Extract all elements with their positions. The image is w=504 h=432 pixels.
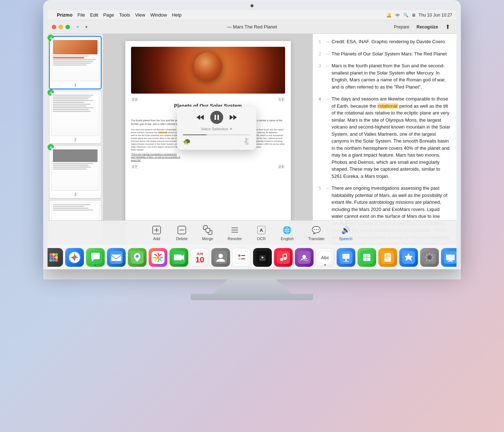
dock-numbers[interactable] [357, 248, 376, 267]
sidebar-page-1[interactable]: ✓ [50, 37, 101, 89]
dock-safari[interactable] [65, 248, 84, 267]
svg-rect-76 [384, 253, 391, 262]
svg-marker-1 [200, 115, 204, 120]
doc-view[interactable]: 2 3 1 2 Planets of Our Solar System Mars… [103, 34, 312, 245]
menu-tools[interactable]: Tools [119, 12, 130, 18]
speech-icon: 🔊 [341, 225, 351, 235]
toolbar: Add Delete [48, 220, 456, 245]
screen-icon[interactable]: 🖥 [411, 13, 416, 18]
svg-point-28 [49, 259, 52, 262]
svg-rect-2 [215, 115, 216, 120]
sidebar-page-2[interactable]: ✓ [50, 91, 101, 143]
dock-music[interactable] [274, 248, 293, 267]
menu-help[interactable]: Help [172, 12, 182, 18]
dock-keynote[interactable] [337, 248, 355, 267]
toolbar-delete[interactable]: Delete [176, 225, 188, 241]
menu-view[interactable]: View [135, 12, 145, 18]
dock-photos[interactable] [149, 248, 167, 267]
dock-launchpad[interactable] [48, 248, 63, 267]
dock-messages[interactable] [86, 248, 105, 267]
main-content: ✓ [48, 34, 456, 245]
maximize-button[interactable] [66, 25, 70, 29]
menu-file[interactable]: File [77, 12, 85, 18]
wifi-icon [395, 13, 400, 17]
toolbar-merge[interactable]: Merge [202, 225, 213, 241]
svg-point-41 [136, 255, 139, 258]
dock-podcasts[interactable] [295, 248, 314, 267]
dock-appstore[interactable] [399, 248, 418, 267]
window-actions: Prepare Recognize ⬆ [392, 23, 452, 31]
menu-edit[interactable]: Edit [90, 12, 98, 18]
dock-calendar[interactable]: JUN 10 [190, 248, 209, 267]
speed-slow-button[interactable]: 🐢 [183, 138, 191, 145]
voice-progress[interactable] [183, 134, 251, 135]
svg-point-83 [428, 256, 431, 258]
dock-facetime[interactable] [170, 248, 188, 267]
line-dot-3: — [326, 62, 332, 90]
svg-rect-68 [342, 254, 350, 259]
rewind-button[interactable] [196, 114, 204, 121]
svg-point-26 [52, 256, 55, 259]
toolbar-speech-label: Speech [339, 237, 352, 241]
line-content-3: Mars is the fourth planet from the Sun a… [332, 62, 451, 90]
notification-icon[interactable]: 🔔 [386, 13, 392, 18]
svg-rect-3 [217, 115, 219, 120]
dock-reminders[interactable] [232, 248, 251, 267]
forward-button[interactable] [229, 114, 238, 121]
dock-maps[interactable] [128, 248, 147, 267]
menu-window[interactable]: Window [150, 12, 167, 18]
dock-pages[interactable] [378, 248, 397, 267]
merge-icon [203, 225, 213, 235]
toolbar-translate[interactable]: 💬 Translate [308, 225, 324, 241]
search-icon[interactable]: 🔍 [403, 13, 409, 18]
svg-rect-49 [235, 251, 248, 264]
dock-appletv[interactable]: ▶ [253, 248, 272, 267]
svg-rect-95 [447, 261, 453, 262]
toolbar-add[interactable]: Add [152, 225, 162, 241]
dock-contacts[interactable] [211, 248, 230, 267]
window-titlebar: + ▾ — Mars The Red Planet Prepare Recogn… [48, 20, 456, 34]
svg-point-43 [157, 256, 159, 259]
dock-prizmo-dock[interactable]: Abc [316, 248, 334, 267]
svg-rect-94 [449, 260, 452, 261]
menu-appname[interactable]: Prizmo [57, 12, 72, 18]
add-icon [152, 225, 162, 235]
menu-page[interactable]: Page [103, 12, 114, 18]
planet-image [131, 47, 285, 94]
nav-dropdown-button[interactable]: ▾ [83, 23, 90, 31]
share-button[interactable]: ⬆ [443, 23, 452, 31]
toolbar-ocr[interactable]: A OCR [256, 225, 266, 241]
dock-settings[interactable] [420, 248, 439, 267]
toolbar-speech[interactable]: 🔊 Speech [339, 225, 352, 241]
highlight-rotational: rotational [377, 103, 398, 109]
text-line-2: 2 — The Planets of Our Solar System Mars… [319, 50, 451, 58]
minimize-button[interactable] [59, 25, 63, 29]
prepare-button[interactable]: Prepare [392, 24, 411, 30]
svg-point-59 [284, 257, 287, 260]
svg-point-52 [238, 258, 240, 260]
page-thumb-1 [51, 38, 99, 81]
camera-dot [251, 4, 253, 7]
sidebar-page-3[interactable]: ✓ 3 [50, 146, 101, 198]
thumb-planet-img [53, 40, 98, 54]
nav-add-button[interactable]: + [74, 23, 81, 31]
traffic-lights [52, 25, 70, 29]
recognize-button[interactable]: Recognize [414, 24, 440, 30]
close-button[interactable] [52, 25, 56, 29]
svg-point-58 [280, 258, 283, 261]
svg-point-87 [432, 256, 434, 258]
toolbar-english[interactable]: 🌐 English [281, 225, 294, 241]
reorder-icon [230, 225, 240, 235]
voice-progress-fill [183, 134, 207, 135]
dock-mail[interactable] [107, 248, 126, 267]
voice-label[interactable]: Voice Selection ✕ [183, 127, 251, 131]
pause-button[interactable] [210, 111, 223, 124]
dock-screentime[interactable] [441, 248, 456, 267]
monitor-stand-top [212, 279, 292, 294]
svg-point-88 [426, 254, 428, 256]
toolbar-reorder[interactable]: Reorder [228, 225, 242, 241]
monitor-chin [43, 269, 461, 279]
speed-fast-button[interactable]: 🐇 [243, 138, 251, 145]
english-icon: 🌐 [282, 225, 292, 235]
thumb-gray-img [53, 149, 98, 162]
